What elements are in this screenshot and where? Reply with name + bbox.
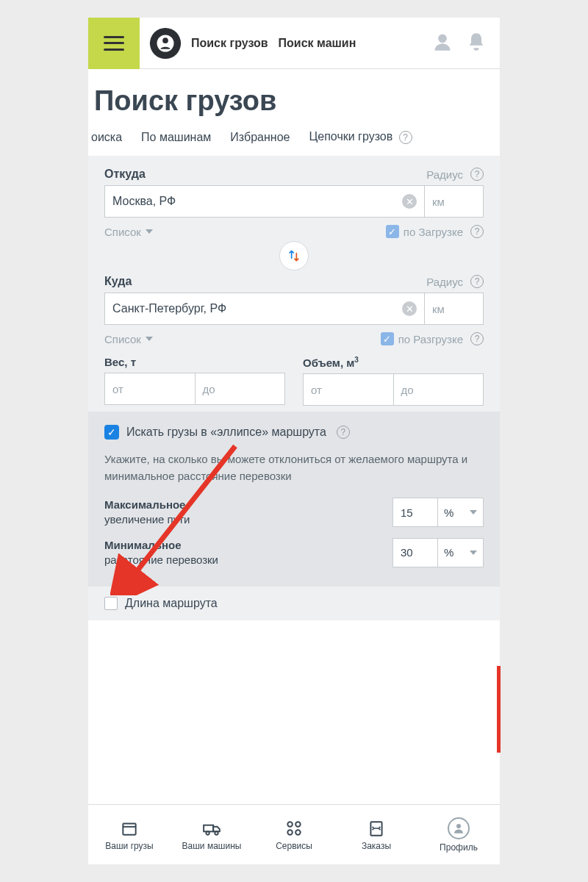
help-icon[interactable]: ? xyxy=(470,225,484,238)
from-list-dropdown[interactable]: Список xyxy=(104,226,153,238)
top-icons xyxy=(432,32,500,55)
ellipse-panel: ✓ Искать грузы в «эллипсе» маршрута ? Ук… xyxy=(88,412,500,587)
by-load-checkbox[interactable]: ✓ по Загрузке ? xyxy=(386,225,484,238)
max-bold: Максимальное xyxy=(104,498,185,511)
checkmark-icon: ✓ xyxy=(104,425,119,440)
page-title: Поиск грузов xyxy=(88,69,500,130)
svg-rect-4 xyxy=(123,823,135,834)
weight-to-input[interactable]: до xyxy=(196,373,286,405)
from-label: Откуда xyxy=(104,168,146,181)
radius-label-to: Радиус ? xyxy=(426,275,484,288)
svg-point-2 xyxy=(162,37,168,43)
empty-checkbox-icon xyxy=(104,597,118,610)
app-logo xyxy=(148,26,182,60)
radius-label: Радиус ? xyxy=(426,168,484,181)
volume-label-sup: 3 xyxy=(354,356,359,364)
min-bold: Минимальное xyxy=(104,539,182,551)
route-length-checkbox[interactable]: Длина маршрута xyxy=(104,597,484,610)
from-radius-input[interactable]: км xyxy=(425,185,484,218)
top-nav: Поиск грузов Поиск машин xyxy=(191,37,356,50)
box-icon xyxy=(120,819,139,838)
volume-to-input[interactable]: до xyxy=(394,373,484,406)
bell-icon[interactable] xyxy=(466,32,487,55)
max-deviation-label: Максимальное увеличение пути xyxy=(104,498,190,528)
ellipse-checkbox[interactable]: ✓ Искать грузы в «эллипсе» маршрута ? xyxy=(104,425,484,440)
svg-point-6 xyxy=(206,831,209,834)
menu-button[interactable] xyxy=(88,18,140,69)
tabs: оиска По машинам Избранное Цепочки грузо… xyxy=(88,130,500,156)
route-length-label: Длина маршрута xyxy=(125,597,218,610)
ellipse-description: Укажите, на сколько вы можете отклонитьс… xyxy=(104,451,484,484)
to-label: Куда xyxy=(104,275,132,288)
min-distance-unit-select[interactable]: % xyxy=(438,538,484,567)
svg-point-10 xyxy=(287,830,293,835)
tab-favorites[interactable]: Избранное xyxy=(230,131,290,144)
volume-label-text: Объем, м xyxy=(303,356,354,369)
min-distance-input[interactable]: 30 xyxy=(392,538,438,567)
route-length-panel: Длина маршрута xyxy=(88,587,500,620)
ellipse-checkbox-label: Искать грузы в «эллипсе» маршрута xyxy=(126,426,326,439)
nav-search-trucks[interactable]: Поиск машин xyxy=(279,37,356,50)
search-panel: Откуда Радиус ? Москва, РФ ✕ км Список ✓… xyxy=(88,156,500,412)
svg-rect-5 xyxy=(204,825,213,831)
volume-column: Объем, м3 от до xyxy=(303,356,484,406)
min-distance-label: Минимальное расстояние перевозки xyxy=(104,538,218,568)
svg-point-9 xyxy=(295,822,301,827)
caret-down-icon xyxy=(470,510,477,514)
app-frame: Поиск грузов Поиск машин Поиск грузов ои… xyxy=(88,18,500,864)
by-unload-checkbox[interactable]: ✓ по Разгрузке ? xyxy=(381,332,484,345)
nav-your-trucks[interactable]: Ваши машины xyxy=(171,805,253,864)
weight-from-input[interactable]: от xyxy=(104,373,196,405)
grid-icon xyxy=(284,819,304,838)
avatar-icon xyxy=(448,817,470,839)
svg-point-7 xyxy=(215,831,218,834)
nav-services[interactable]: Сервисы xyxy=(253,805,335,864)
tab-cargo-chains-label: Цепочки грузов xyxy=(309,130,392,143)
max-unit-label: % xyxy=(444,506,453,519)
max-deviation-unit-select[interactable]: % xyxy=(438,498,484,527)
svg-point-13 xyxy=(456,824,461,828)
nav-your-cargo[interactable]: Ваши грузы xyxy=(88,805,171,864)
by-unload-label: по Разгрузке xyxy=(398,333,463,345)
max-deviation-input[interactable]: 15 xyxy=(392,498,438,527)
volume-from-input[interactable]: от xyxy=(303,373,394,406)
clear-to-icon[interactable]: ✕ xyxy=(402,301,417,316)
help-icon[interactable]: ? xyxy=(470,168,484,181)
tab-search-fragment[interactable]: оиска xyxy=(91,131,122,144)
help-icon[interactable]: ? xyxy=(399,131,412,144)
help-icon[interactable]: ? xyxy=(470,332,484,345)
checkmark-icon: ✓ xyxy=(381,332,394,345)
help-icon[interactable]: ? xyxy=(337,426,350,439)
min-rest: расстояние перевозки xyxy=(104,553,218,566)
nav-profile[interactable]: Профиль xyxy=(417,805,500,864)
tab-by-trucks[interactable]: По машинам xyxy=(141,131,211,144)
to-list-dropdown[interactable]: Список xyxy=(104,333,153,345)
nav-orders-label: Заказы xyxy=(362,841,391,851)
caret-down-icon xyxy=(470,551,477,555)
from-city-value: Москва, РФ xyxy=(112,195,176,208)
annotation-red-bar xyxy=(497,666,501,753)
svg-point-11 xyxy=(295,830,301,835)
nav-orders[interactable]: Заказы xyxy=(335,805,417,864)
from-city-input[interactable]: Москва, РФ ✕ xyxy=(104,185,425,218)
nav-search-cargo[interactable]: Поиск грузов xyxy=(191,37,268,50)
to-list-label: Список xyxy=(104,333,141,345)
to-city-value: Санкт-Петербург, РФ xyxy=(112,302,226,315)
swap-button[interactable] xyxy=(279,241,309,270)
nav-your-trucks-label: Ваши машины xyxy=(182,841,242,851)
tab-cargo-chains[interactable]: Цепочки грузов ? xyxy=(309,130,412,144)
radius-label-text: Радиус xyxy=(426,168,463,181)
nav-profile-label: Профиль xyxy=(440,842,478,853)
to-radius-input[interactable]: км xyxy=(425,293,484,325)
top-bar: Поиск грузов Поиск машин xyxy=(88,18,500,69)
weight-label: Вес, т xyxy=(104,356,285,368)
orders-icon xyxy=(367,819,386,838)
clear-from-icon[interactable]: ✕ xyxy=(402,194,417,209)
truck-icon xyxy=(202,819,221,838)
user-icon[interactable] xyxy=(432,32,453,55)
nav-services-label: Сервисы xyxy=(276,841,312,851)
max-rest: увеличение пути xyxy=(104,513,190,526)
to-city-input[interactable]: Санкт-Петербург, РФ ✕ xyxy=(104,293,425,325)
help-icon[interactable]: ? xyxy=(470,275,484,288)
weight-column: Вес, т от до xyxy=(104,356,285,406)
